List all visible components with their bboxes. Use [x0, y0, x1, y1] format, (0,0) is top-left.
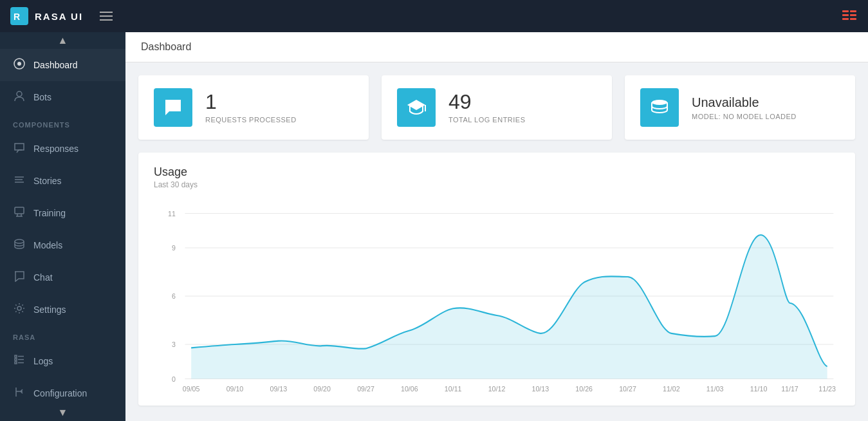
logo-area: R RASA UI [10, 7, 115, 25]
database-icon [649, 97, 670, 118]
training-icon [13, 206, 26, 220]
stat-card-logs: 49 TOTAL LOG ENTRIES [382, 75, 612, 140]
settings-icon [13, 303, 26, 317]
svg-text:09/20: 09/20 [313, 384, 331, 393]
chart-title: Usage [154, 165, 840, 179]
sidebar-label-training: Training [33, 208, 66, 218]
page-title: Dashboard [141, 41, 191, 52]
svg-rect-7 [850, 18, 856, 20]
svg-text:10/11: 10/11 [445, 384, 462, 393]
svg-text:09/27: 09/27 [357, 384, 374, 393]
svg-text:11/17: 11/17 [781, 384, 799, 393]
svg-text:11/02: 11/02 [663, 384, 680, 393]
sidebar-label-bots: Bots [33, 92, 51, 102]
sidebar-label-configuration: Configuration [33, 388, 87, 398]
sidebar-label-stories: Stories [33, 176, 62, 186]
svg-point-15 [15, 239, 24, 243]
sidebar-label-models: Models [33, 240, 62, 250]
model-title: Unavailable [692, 95, 797, 110]
model-subtitle: MODEL: NO MODEL LOADED [692, 113, 797, 120]
svg-rect-19 [15, 362, 17, 364]
svg-point-25 [652, 100, 667, 105]
svg-rect-2 [842, 10, 849, 12]
sidebar: ▲ Dashboard Bots COMPONENTS [0, 32, 125, 421]
svg-rect-4 [842, 14, 849, 16]
dashboard-icon [13, 58, 26, 72]
svg-rect-6 [842, 18, 849, 20]
svg-rect-17 [15, 355, 17, 357]
svg-text:11: 11 [168, 209, 176, 218]
sidebar-item-bots[interactable]: Bots [0, 81, 125, 113]
stories-icon [13, 174, 26, 188]
sidebar-label-responses: Responses [33, 144, 78, 154]
svg-rect-3 [850, 10, 856, 12]
svg-text:10/12: 10/12 [488, 384, 506, 393]
stats-row: 1 REQUESTS PROCESSED 49 [138, 75, 855, 140]
configuration-icon [13, 386, 26, 400]
sidebar-label-settings: Settings [33, 304, 66, 315]
rasa-logo-icon: R [10, 7, 28, 25]
requests-info: 1 REQUESTS PROCESSED [205, 91, 297, 124]
chat-bubble-icon [163, 97, 183, 118]
svg-text:6: 6 [172, 292, 176, 301]
model-icon-box [640, 88, 679, 127]
chart-card: Usage Last 30 days [138, 153, 855, 406]
models-icon [13, 238, 26, 252]
bots-icon [13, 90, 26, 104]
logs-label: TOTAL LOG ENTRIES [448, 116, 526, 124]
svg-text:3: 3 [172, 341, 176, 349]
svg-point-16 [17, 306, 21, 310]
logs-icon [13, 354, 26, 368]
main-layout: ▲ Dashboard Bots COMPONENTS [0, 32, 868, 421]
svg-text:11/03: 11/03 [706, 384, 724, 393]
sidebar-item-chat[interactable]: Chat [0, 261, 125, 294]
sidebar-label-chat: Chat [33, 272, 53, 283]
svg-text:R: R [14, 12, 20, 22]
model-info: Unavailable MODEL: NO MODEL LOADED [692, 95, 797, 120]
svg-rect-18 [15, 359, 17, 360]
logs-number: 49 [448, 91, 526, 112]
chart-subtitle: Last 30 days [154, 180, 840, 189]
svg-text:09/05: 09/05 [183, 384, 200, 393]
stat-card-model: Unavailable MODEL: NO MODEL LOADED [625, 75, 855, 140]
rasa-section-label: RASA [0, 326, 125, 345]
sidebar-item-dashboard[interactable]: Dashboard [0, 49, 125, 81]
responses-icon [13, 142, 26, 156]
sidebar-scroll-down[interactable]: ▼ [0, 404, 125, 421]
components-section-label: COMPONENTS [0, 113, 125, 133]
svg-text:09/10: 09/10 [226, 384, 244, 393]
chat-icon [13, 270, 26, 285]
sidebar-item-stories[interactable]: Stories [0, 165, 125, 197]
sidebar-item-responses[interactable]: Responses [0, 133, 125, 165]
sidebar-label-dashboard: Dashboard [33, 60, 78, 70]
requests-number: 1 [205, 91, 297, 112]
svg-text:10/27: 10/27 [619, 384, 636, 393]
sidebar-scroll-up[interactable]: ▲ [0, 32, 125, 49]
requests-label: REQUESTS PROCESSED [205, 116, 297, 124]
hamburger-button[interactable] [97, 9, 115, 23]
requests-icon-box [154, 88, 192, 127]
svg-rect-5 [850, 14, 856, 16]
svg-text:10/13: 10/13 [532, 384, 549, 393]
content-area: Dashboard 1 REQUESTS PROCESSED [125, 32, 868, 421]
header-right [842, 9, 858, 24]
sidebar-item-settings[interactable]: Settings [0, 294, 125, 326]
sidebar-item-models[interactable]: Models [0, 229, 125, 261]
svg-text:11/23: 11/23 [818, 384, 836, 393]
svg-rect-14 [15, 207, 24, 214]
grid-icon[interactable] [842, 9, 858, 24]
logs-info: 49 TOTAL LOG ENTRIES [448, 91, 526, 124]
svg-text:9: 9 [172, 244, 176, 252]
dashboard-body: 1 REQUESTS PROCESSED 49 [125, 62, 868, 418]
page-header: Dashboard [125, 32, 868, 62]
logs-icon-box [397, 88, 436, 127]
chart-container: 11 9 6 3 0 [154, 200, 840, 393]
top-header: R RASA UI [0, 0, 868, 32]
svg-point-10 [17, 91, 22, 97]
logo-text: RASA UI [35, 11, 83, 22]
svg-text:0: 0 [172, 375, 176, 383]
stat-card-requests: 1 REQUESTS PROCESSED [138, 75, 369, 140]
sidebar-item-training[interactable]: Training [0, 197, 125, 229]
svg-point-9 [17, 62, 21, 66]
sidebar-item-logs[interactable]: Logs [0, 345, 125, 377]
